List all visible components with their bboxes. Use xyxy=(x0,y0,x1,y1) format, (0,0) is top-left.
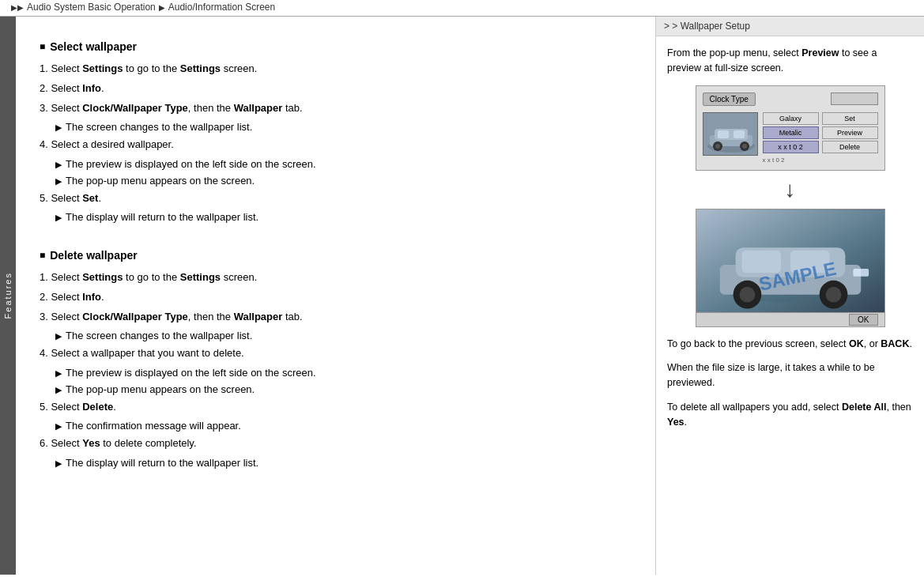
sub-arrow-icon: ▶ xyxy=(55,330,62,343)
step-dw-5: 5. Select Delete. xyxy=(40,399,632,416)
screen-top-right-area xyxy=(831,92,878,105)
sub-step-sw-4-1-text: The preview is displayed on the left sid… xyxy=(66,157,316,172)
screen-row-1: Galaxy Set xyxy=(763,112,878,125)
svg-point-19 xyxy=(825,286,841,302)
svg-point-17 xyxy=(739,286,755,302)
sub-step-dw-4-1: ▶ The preview is displayed on the left s… xyxy=(55,365,632,381)
step-sw-1: 1. Select Settings to go to the Settings… xyxy=(40,61,632,77)
delete-btn[interactable]: Delete xyxy=(822,141,878,153)
right-para-4: To delete all wallpapers you add, select… xyxy=(667,400,913,430)
screen-preview-box: SAMPLE OK xyxy=(696,209,885,327)
ok-button[interactable]: OK xyxy=(849,314,877,326)
sub-arrow-icon: ▶ xyxy=(55,383,62,397)
sub-step-sw-4-2: ▶ The pop-up menu appears on the screen. xyxy=(55,173,632,189)
section-delete-wallpaper: Delete wallpaper 1. Select Settings to g… xyxy=(40,249,632,470)
sub-arrow-icon: ▶ xyxy=(55,367,62,380)
step-sw-4-text: 4. Select a desired wallpaper. xyxy=(40,138,174,150)
set-btn[interactable]: Set xyxy=(822,112,878,125)
step-dw-6-text: 6. Select Yes to delete completely. xyxy=(40,437,197,449)
clock-type-btn[interactable]: Clock Type xyxy=(703,92,756,106)
screen-top-bar: Clock Type xyxy=(703,92,878,106)
screen-main-row: Galaxy Set Metalic Preview x x t 0 2 Del… xyxy=(703,112,878,164)
screen-ok-bar: OK xyxy=(696,312,884,326)
right-panel: > > Wallpaper Setup From the pop-up menu… xyxy=(655,17,924,575)
features-tab: Features xyxy=(0,17,16,575)
step-sw-5-text: 5. Select Set. xyxy=(40,192,101,204)
wallpaper-diagram: Clock Type xyxy=(667,85,913,327)
features-tab-label: Features xyxy=(3,272,13,319)
svg-rect-4 xyxy=(718,130,729,138)
screen-row-2: Metalic Preview xyxy=(763,126,878,139)
svg-point-9 xyxy=(742,144,747,149)
sub-step-dw-3-1-text: The screen changes to the wallpaper list… xyxy=(66,328,252,344)
right-para-2: To go back to the previous screen, selec… xyxy=(667,337,913,352)
sub-step-dw-4-1-text: The preview is displayed on the left sid… xyxy=(66,365,316,381)
step-dw-4-text: 4. Select a wallpaper that you want to d… xyxy=(40,347,244,359)
main-container: Features Select wallpaper 1. Select Sett… xyxy=(0,17,924,575)
metalic-btn[interactable]: Metalic xyxy=(763,126,819,139)
car-thumbnail-svg xyxy=(703,113,758,156)
step-sw-5: 5. Select Set. xyxy=(40,190,632,207)
screen-buttons-area: Galaxy Set Metalic Preview x x t 0 2 Del… xyxy=(763,112,878,164)
sub-step-sw-5-1: ▶ The display will return to the wallpap… xyxy=(55,209,632,225)
breadcrumb-arrow-1: ▶▶ xyxy=(11,3,24,12)
sub-arrow-icon: ▶ xyxy=(55,158,62,172)
sub-step-dw-4-2-text: The pop-up menu appears on the screen. xyxy=(66,382,255,398)
breadcrumb: ▶▶ Audio System Basic Operation ▶ Audio/… xyxy=(0,0,924,17)
sub-step-sw-3-1: ▶ The screen changes to the wallpaper li… xyxy=(55,119,632,135)
item5-btn[interactable]: x x t 0 2 xyxy=(763,141,819,153)
sub-arrow-icon: ▶ xyxy=(55,121,62,134)
step-sw-4: 4. Select a desired wallpaper. xyxy=(40,137,632,153)
step-sw-3: 3. Select Clock/Wallpaper Type, then the… xyxy=(40,100,632,117)
svg-point-7 xyxy=(715,144,720,149)
sub-step-sw-5-1-text: The display will return to the wallpaper… xyxy=(66,209,258,225)
sub-step-dw-5-1-text: The confirmation message will appear. xyxy=(66,418,241,434)
screen-thumbnail xyxy=(703,112,758,156)
preview-btn[interactable]: Preview xyxy=(822,126,878,139)
screen-preview-image: SAMPLE xyxy=(696,209,884,312)
breadcrumb-item-2[interactable]: Audio/Information Screen xyxy=(168,2,275,13)
step-sw-1-num: 1. Select Settings to go to the Settings… xyxy=(40,62,257,74)
sub-arrow-icon: ▶ xyxy=(55,175,62,188)
sub-step-sw-4-1: ▶ The preview is displayed on the left s… xyxy=(55,157,632,172)
step-dw-2-text: 2. Select Info. xyxy=(40,291,104,303)
step-dw-1: 1. Select Settings to go to the Settings… xyxy=(40,270,632,286)
sub-arrow-icon: ▶ xyxy=(55,457,62,470)
svg-rect-5 xyxy=(734,130,745,138)
right-panel-body: From the pop-up menu, select Preview to … xyxy=(656,36,924,448)
step-dw-4: 4. Select a wallpaper that you want to d… xyxy=(40,345,632,362)
sub-step-dw-6-1-text: The display will return to the wallpaper… xyxy=(66,455,258,471)
screen-thumbnail-car-image xyxy=(703,113,757,155)
delete-wallpaper-title: Delete wallpaper xyxy=(40,249,632,262)
right-panel-header: > > Wallpaper Setup xyxy=(656,17,924,36)
sub-step-dw-3-1: ▶ The screen changes to the wallpaper li… xyxy=(55,328,632,344)
svg-rect-20 xyxy=(853,268,869,276)
right-para-1: From the pop-up menu, select Preview to … xyxy=(667,46,913,76)
breadcrumb-item-1[interactable]: Audio System Basic Operation xyxy=(27,2,156,13)
breadcrumb-arrow-2: ▶ xyxy=(159,3,165,12)
sub-step-dw-4-2: ▶ The pop-up menu appears on the screen. xyxy=(55,382,632,398)
screen-small-text: x x t 0 2 xyxy=(763,157,878,164)
down-arrow-icon: ↓ xyxy=(785,177,796,202)
screen-row-3: x x t 0 2 Delete xyxy=(763,141,878,153)
screen-box-top: Clock Type xyxy=(696,85,885,171)
left-content: Select wallpaper 1. Select Settings to g… xyxy=(16,17,655,575)
step-sw-2: 2. Select Info. xyxy=(40,81,632,97)
select-wallpaper-title: Select wallpaper xyxy=(40,40,632,53)
step-dw-3-text: 3. Select Clock/Wallpaper Type, then the… xyxy=(40,311,303,322)
step-dw-3: 3. Select Clock/Wallpaper Type, then the… xyxy=(40,309,632,326)
galaxy-btn[interactable]: Galaxy xyxy=(763,112,819,125)
sub-arrow-icon: ▶ xyxy=(55,420,62,433)
step-sw-2-text: 2. Select Info. xyxy=(40,82,104,94)
step-dw-6: 6. Select Yes to delete completely. xyxy=(40,436,632,452)
right-para-3: When the file size is large, it takes a … xyxy=(667,360,913,390)
preview-car-svg: SAMPLE xyxy=(696,209,884,312)
sub-step-sw-4-2-text: The pop-up menu appears on the screen. xyxy=(66,173,255,189)
step-sw-3-text: 3. Select Clock/Wallpaper Type, then the… xyxy=(40,102,303,114)
sub-step-sw-3-1-text: The screen changes to the wallpaper list… xyxy=(66,119,252,135)
sub-arrow-icon: ▶ xyxy=(55,211,62,224)
sub-step-dw-5-1: ▶ The confirmation message will appear. xyxy=(55,418,632,434)
section-select-wallpaper: Select wallpaper 1. Select Settings to g… xyxy=(40,40,632,225)
sub-step-dw-6-1: ▶ The display will return to the wallpap… xyxy=(55,455,632,471)
step-dw-5-text: 5. Select Delete. xyxy=(40,401,116,413)
